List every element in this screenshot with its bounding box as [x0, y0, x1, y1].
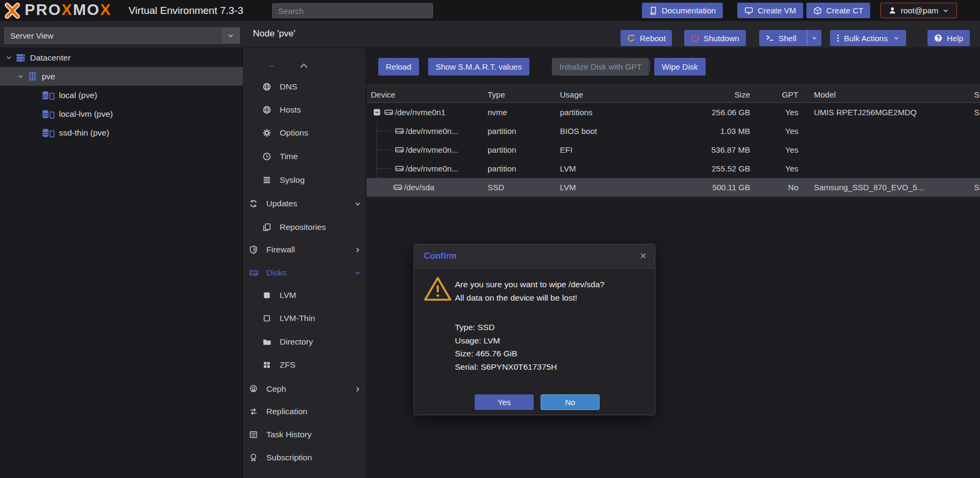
column-header-s[interactable]: S: [974, 85, 980, 104]
create-vm-button[interactable]: Create VM: [737, 3, 803, 18]
square-filled-icon: [262, 291, 272, 300]
menu-item-label: Directory: [280, 337, 313, 347]
menu-item-lvm[interactable]: LVM: [243, 287, 366, 303]
menu-item-disks[interactable]: Disks: [243, 265, 366, 281]
table-row[interactable]: /dev/sda SSD LVM 500.11 GB No Samsung_SS…: [366, 178, 980, 197]
menu-item-options[interactable]: Options: [243, 125, 366, 141]
tree-item-local-pve[interactable]: local (pve): [0, 86, 243, 104]
cell-model: Samsung_SSD_870_EVO_5...: [814, 178, 969, 197]
menu-item-label: Firewall: [266, 245, 295, 255]
refresh-icon: [249, 199, 258, 208]
dots-vertical-icon: [836, 34, 840, 42]
tree-item-ssd-thin-pve[interactable]: ssd-thin (pve): [0, 123, 243, 142]
storage-icon: [42, 91, 55, 100]
shutdown-button[interactable]: Shutdown: [684, 30, 746, 46]
menu-item-updates[interactable]: Updates: [243, 196, 366, 212]
menu-item-replication[interactable]: Replication: [243, 404, 366, 420]
wipe-disk-button[interactable]: Wipe Disk: [654, 58, 706, 76]
dialog-titlebar[interactable]: Confirm: [414, 244, 655, 268]
view-selector[interactable]: Server View: [4, 27, 240, 44]
chevron-down-icon[interactable]: [5, 54, 12, 61]
chevron-down-icon: [942, 8, 949, 14]
menu-scroll-up[interactable]: ..: [243, 58, 366, 74]
menu-item-zfs[interactable]: ZFS: [243, 357, 366, 373]
cell-size: 1.03 MB: [643, 122, 750, 140]
table-row[interactable]: /dev/nvme0n... partition EFI 536.87 MB Y…: [366, 140, 980, 159]
chevron-down-icon[interactable]: [17, 73, 24, 80]
menu-item-syslog[interactable]: Syslog: [243, 172, 366, 188]
initialize-disk-gpt-button[interactable]: Initialize Disk with GPT: [552, 58, 649, 76]
cell-model: [814, 159, 969, 178]
user-menu-button[interactable]: root@pam: [880, 3, 957, 18]
menu-item-directory[interactable]: Directory: [243, 334, 366, 350]
tree-item-label: local (pve): [59, 91, 98, 100]
shell-dropdown-button[interactable]: [807, 30, 821, 46]
cell-gpt: Yes: [761, 159, 798, 178]
menu-item-subscription[interactable]: Subscription: [243, 450, 366, 466]
table-row[interactable]: /dev/nvme0n... partition LVM 255.52 GB Y…: [366, 159, 980, 178]
menu-item-dns[interactable]: DNS: [243, 79, 366, 95]
tree-item-pve[interactable]: pve: [0, 67, 243, 86]
column-header-usage[interactable]: Usage: [560, 85, 640, 104]
column-header-type[interactable]: Type: [488, 85, 547, 104]
node-menu: .. DNS Hosts Options Time Syslog Updates…: [243, 48, 366, 478]
clock-icon: [262, 152, 272, 161]
menu-item-firewall[interactable]: Firewall: [243, 242, 366, 258]
menu-item-lvm-thin[interactable]: LVM-Thin: [243, 310, 366, 326]
menu-item-hosts[interactable]: Hosts: [243, 102, 366, 118]
help-button[interactable]: Help: [927, 30, 970, 46]
no-button[interactable]: No: [541, 394, 600, 410]
tree-item-datacenter[interactable]: Datacenter: [0, 48, 243, 67]
table-row[interactable]: /dev/nvme0n... partition BIOS boot 1.03 …: [366, 122, 980, 140]
documentation-button[interactable]: Documentation: [642, 3, 723, 18]
logo-part: X: [100, 1, 111, 18]
menu-item-label: Hosts: [280, 105, 301, 115]
column-header-device[interactable]: Device: [371, 85, 395, 104]
yes-button[interactable]: Yes: [475, 394, 534, 410]
hdd-icon: [249, 268, 258, 278]
user-label: root@pam: [901, 6, 938, 15]
view-selector-label: Server View: [5, 31, 222, 40]
reload-button[interactable]: Reload: [378, 58, 419, 76]
bulk-actions-label: Bulk Actions: [844, 34, 888, 43]
logo-part: MO: [73, 1, 100, 18]
menu-item-ceph[interactable]: Ceph: [243, 381, 366, 397]
logo-part: PRO: [25, 1, 62, 18]
table-row[interactable]: /dev/nvme0n1 nvme partitions 256.06 GB Y…: [366, 103, 980, 122]
close-icon[interactable]: [639, 252, 647, 260]
tree-guide-line: [377, 131, 391, 131]
app-header: PROXMOX Virtual Environment 7.3-3 Docume…: [0, 0, 980, 21]
dialog-title: Confirm: [424, 251, 457, 261]
menu-item-repositories[interactable]: Repositories: [243, 219, 366, 235]
dialog-message: Are you sure you want to wipe /dev/sda? …: [455, 278, 604, 304]
bulk-actions-button[interactable]: Bulk Actions: [830, 30, 906, 46]
create-ct-button[interactable]: Create CT: [806, 3, 870, 18]
shutdown-label: Shutdown: [704, 34, 739, 43]
tree-item-label: ssd-thin (pve): [59, 128, 109, 138]
tree-guide-line: [377, 168, 391, 169]
cell-serial: S: [974, 178, 980, 197]
cell-device: /dev/nvme0n...: [406, 140, 458, 159]
menu-item-task-history[interactable]: Task History: [243, 427, 366, 443]
menu-item-label: Replication: [266, 407, 308, 416]
tree-item-local-lvm-pve[interactable]: local-lvm (pve): [0, 104, 243, 123]
search-input[interactable]: [272, 3, 433, 18]
menu-item-time[interactable]: Time: [243, 148, 366, 165]
collapse-expander-icon[interactable]: [373, 109, 380, 116]
cube-icon: [813, 6, 822, 15]
reboot-button[interactable]: Reboot: [620, 30, 672, 46]
column-header-size[interactable]: Size: [643, 85, 750, 104]
cell-gpt: Yes: [761, 122, 798, 140]
column-header-model[interactable]: Model: [814, 85, 969, 104]
node-toolbar: Server View Node 'pve' Reboot Shutdown S…: [0, 21, 980, 48]
show-smart-values-button[interactable]: Show S.M.A.R.T. values: [428, 58, 529, 76]
storage-icon: [42, 128, 55, 138]
cell-size: 500.11 GB: [643, 178, 750, 197]
wipe-disk-label: Wipe Disk: [662, 62, 698, 71]
column-header-gpt[interactable]: GPT: [761, 85, 798, 104]
question-icon: [934, 34, 942, 42]
shell-button[interactable]: Shell: [759, 30, 821, 46]
cell-size: 536.87 MB: [643, 140, 750, 159]
menu-item-label: Syslog: [280, 175, 305, 185]
chevron-down-icon[interactable]: [222, 28, 240, 43]
